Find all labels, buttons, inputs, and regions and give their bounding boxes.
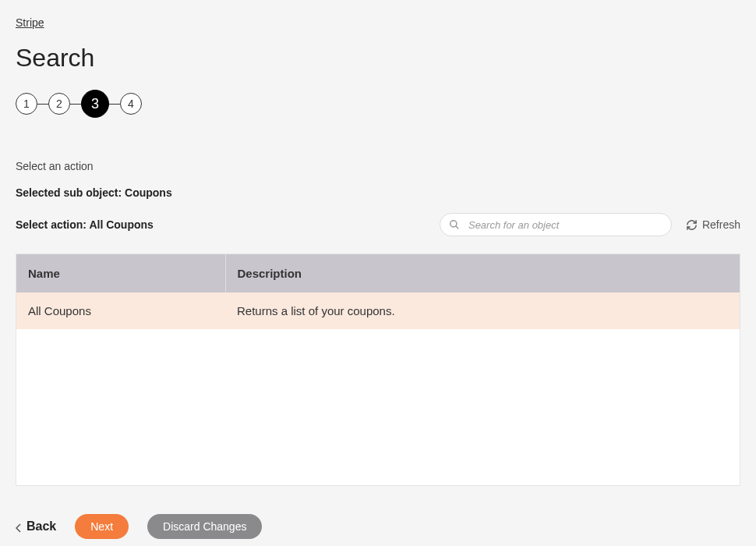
- step-2[interactable]: 2: [48, 93, 70, 115]
- back-button[interactable]: Back: [16, 519, 56, 534]
- table-row[interactable]: All Coupons Returns a list of your coupo…: [16, 292, 740, 329]
- select-action: Select action: All Coupons: [16, 218, 154, 231]
- search-input[interactable]: [440, 213, 672, 236]
- table-header-row: Name Description: [16, 254, 740, 292]
- refresh-button[interactable]: Refresh: [686, 218, 740, 231]
- back-label: Back: [26, 519, 56, 534]
- select-action-value: All Coupons: [89, 218, 153, 231]
- chevron-left-icon: [16, 522, 22, 531]
- sub-object-value: Coupons: [125, 186, 172, 199]
- refresh-icon: [686, 219, 698, 231]
- step-connector: [37, 104, 48, 105]
- stepper: 1 2 3 4: [16, 90, 740, 118]
- search-icon: [449, 219, 460, 230]
- step-connector: [70, 104, 81, 105]
- next-button[interactable]: Next: [75, 514, 129, 539]
- search-box: [440, 213, 672, 236]
- cell-name: All Coupons: [16, 292, 225, 329]
- column-header-description[interactable]: Description: [225, 254, 740, 292]
- actions-table: Name Description All Coupons Returns a l…: [16, 254, 740, 486]
- step-3[interactable]: 3: [81, 90, 109, 118]
- step-connector: [109, 104, 120, 105]
- refresh-label: Refresh: [702, 218, 740, 231]
- svg-line-1: [456, 226, 459, 229]
- step-4[interactable]: 4: [120, 93, 142, 115]
- section-label: Select an action: [16, 160, 740, 172]
- footer: Back Next Discard Changes: [16, 514, 740, 539]
- select-action-prefix: Select action:: [16, 218, 89, 231]
- breadcrumb-link[interactable]: Stripe: [16, 16, 44, 29]
- selected-sub-object: Selected sub object: Coupons: [16, 186, 740, 199]
- cell-description: Returns a list of your coupons.: [225, 292, 740, 329]
- discard-button[interactable]: Discard Changes: [147, 514, 262, 539]
- column-header-name[interactable]: Name: [16, 254, 225, 292]
- page-title: Search: [16, 44, 740, 73]
- sub-object-prefix: Selected sub object:: [16, 186, 125, 199]
- svg-point-0: [450, 221, 457, 227]
- step-1[interactable]: 1: [16, 93, 37, 115]
